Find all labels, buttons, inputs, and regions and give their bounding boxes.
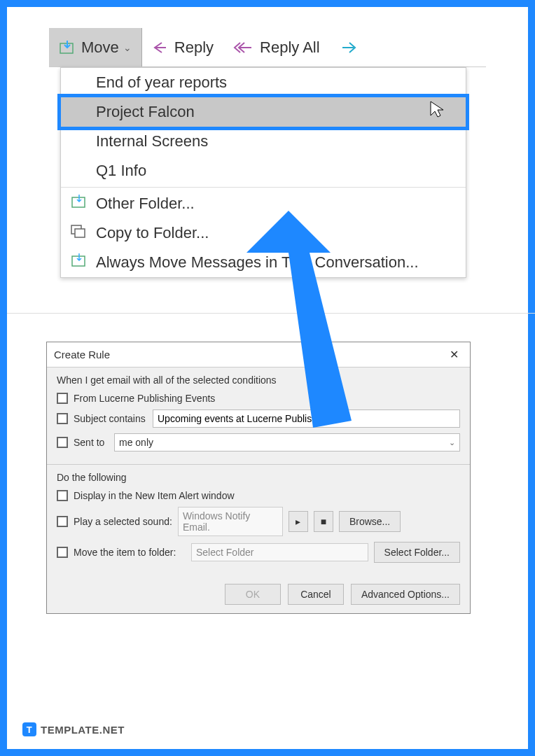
menu-item-always-move[interactable]: Always Move Messages in This Conversatio… <box>61 248 466 277</box>
subject-checkbox[interactable] <box>57 413 68 424</box>
svg-rect-3 <box>75 229 85 237</box>
menu-item-label: Other Folder... <box>96 195 195 212</box>
brand-logo-icon: T <box>22 722 36 736</box>
reply-all-button[interactable]: Reply All <box>223 28 330 66</box>
dialog-title-text: Create Rule <box>54 349 110 360</box>
sentto-value: me only <box>119 437 153 448</box>
reply-button[interactable]: Reply <box>142 28 223 66</box>
dialog-actions-section: Do the following Display in the New Item… <box>47 465 470 575</box>
tutorial-frame: Move ⌄ Reply Reply All End of year repor… <box>0 0 535 756</box>
brand-text: TEMPLATE.NET <box>41 724 125 736</box>
play-sound-checkbox[interactable] <box>57 516 68 527</box>
toolbar: Move ⌄ Reply Reply All <box>49 28 486 67</box>
play-sound-label: Play a selected sound: <box>74 516 172 527</box>
dialog-footer: OK Cancel Advanced Options... <box>47 575 470 613</box>
copy-folder-icon <box>71 224 88 244</box>
action-sound-row: Play a selected sound: Windows Notify Em… <box>57 507 460 536</box>
menu-item-folder[interactable]: End of year reports <box>61 68 466 97</box>
menu-item-label: Q1 Info <box>96 162 146 179</box>
sentto-checkbox[interactable] <box>57 437 68 448</box>
condition-subject-row: Subject contains <box>57 410 460 428</box>
dialog-titlebar: Create Rule ✕ <box>47 342 470 368</box>
menu-item-label: Copy to Folder... <box>96 224 209 241</box>
reply-all-label: Reply All <box>260 38 320 57</box>
menu-item-label: Internal Screens <box>96 132 208 150</box>
action-display-row: Display in the New Item Alert window <box>57 490 460 501</box>
chevron-down-icon: ⌄ <box>449 438 455 447</box>
cursor-icon <box>429 100 445 124</box>
subject-input[interactable] <box>153 410 460 428</box>
browse-button[interactable]: Browse... <box>339 511 401 532</box>
menu-item-folder-highlighted[interactable]: Project Falcon <box>61 97 466 127</box>
chevron-down-icon: ⌄ <box>123 42 132 53</box>
play-sound-button[interactable]: ▸ <box>289 511 308 532</box>
menu-item-label: Always Move Messages in This Conversatio… <box>96 253 419 271</box>
move-folder-icon <box>59 39 76 56</box>
condition-sentto-row: Sent to me only ⌄ <box>57 433 460 451</box>
reply-label: Reply <box>174 38 214 57</box>
move-dropdown-menu: End of year reports Project Falcon Inter… <box>60 67 466 278</box>
dialog-conditions-section: When I get email with all of the selecte… <box>47 368 470 465</box>
close-button[interactable]: ✕ <box>445 346 463 363</box>
target-folder-display: Select Folder <box>191 543 368 561</box>
forward-icon <box>340 40 356 55</box>
menu-separator <box>61 187 466 188</box>
move-button[interactable]: Move ⌄ <box>49 28 142 66</box>
display-alert-checkbox[interactable] <box>57 490 68 501</box>
section-label: When I get email with all of the selecte… <box>57 374 460 386</box>
sound-file-display: Windows Notify Email. <box>178 507 283 536</box>
stop-sound-button[interactable]: ■ <box>314 511 333 532</box>
move-item-checkbox[interactable] <box>57 547 68 558</box>
section-label: Do the following <box>57 472 460 483</box>
action-move-row: Move the item to folder: Select Folder S… <box>57 542 460 563</box>
sentto-label: Sent to <box>74 437 109 448</box>
from-checkbox[interactable] <box>57 393 68 404</box>
menu-item-folder[interactable]: Q1 Info <box>61 156 466 186</box>
advanced-options-button[interactable]: Advanced Options... <box>351 584 460 605</box>
menu-item-other-folder[interactable]: Other Folder... <box>61 189 466 218</box>
section-divider <box>7 313 535 314</box>
cancel-button[interactable]: Cancel <box>288 584 344 605</box>
ok-button[interactable]: OK <box>225 584 281 605</box>
sentto-select[interactable]: me only ⌄ <box>114 433 460 451</box>
subject-label: Subject contains <box>74 413 147 424</box>
brand-footer: T TEMPLATE.NET <box>22 722 125 736</box>
folder-move-icon <box>71 195 88 214</box>
menu-item-copy-to-folder[interactable]: Copy to Folder... <box>61 218 466 248</box>
svg-rect-1 <box>72 197 85 207</box>
move-label: Move <box>81 38 119 57</box>
display-alert-label: Display in the New Item Alert window <box>74 490 235 501</box>
forward-button[interactable] <box>330 28 372 66</box>
folder-move-icon <box>71 253 88 273</box>
svg-rect-4 <box>72 256 85 266</box>
select-folder-button[interactable]: Select Folder... <box>374 542 460 563</box>
reply-all-icon <box>233 40 254 55</box>
reply-icon <box>152 40 169 55</box>
menu-item-label: Project Falcon <box>96 103 195 120</box>
create-rule-dialog: Create Rule ✕ When I get email with all … <box>46 342 471 614</box>
condition-from-row: From Lucerne Publishing Events <box>57 393 460 404</box>
move-item-label: Move the item to folder: <box>74 547 186 558</box>
menu-item-label: End of year reports <box>96 74 227 91</box>
menu-item-folder[interactable]: Internal Screens <box>61 127 466 156</box>
from-label: From Lucerne Publishing Events <box>74 393 215 404</box>
